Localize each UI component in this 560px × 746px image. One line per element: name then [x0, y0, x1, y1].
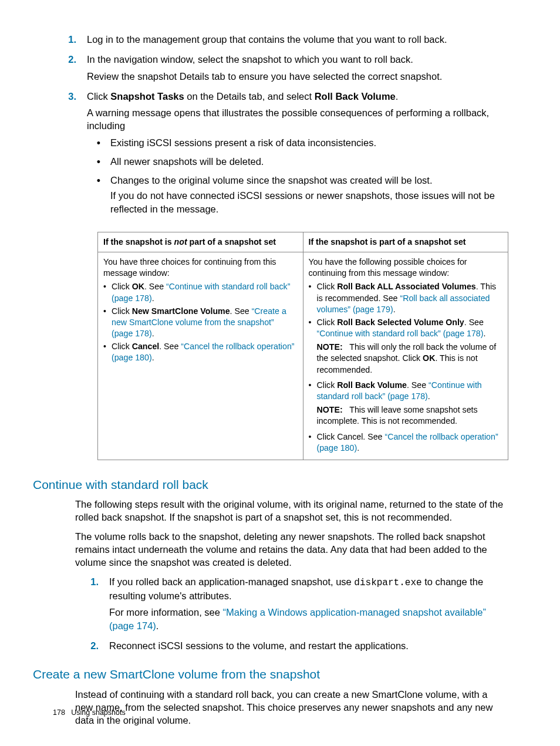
- bullet-icon: [103, 281, 112, 303]
- list-item: Click Cancel. See “Cancel the rollback o…: [112, 341, 298, 363]
- top-steps: 1. Log in to the management group that c…: [53, 33, 507, 221]
- step-text: If you rolled back an application-manage…: [109, 575, 507, 603]
- step-text: A warning message opens that illustrates…: [87, 106, 507, 133]
- step-text: Click Snapshot Tasks on the Details tab,…: [87, 90, 507, 103]
- bullet-icon: [103, 306, 112, 340]
- code-diskpart: diskpart.exe: [354, 578, 421, 588]
- link-continue-standard[interactable]: “Continue with standard roll back” (page…: [317, 329, 484, 338]
- body-text: The volume rolls back to the snapshot, d…: [75, 530, 507, 569]
- bullet-icon: [309, 281, 317, 315]
- bullet-text: Existing iSCSI sessions present a risk o…: [110, 136, 507, 149]
- section-heading-continue-standard: Continue with standard roll back: [33, 477, 507, 493]
- table-cell: You have the following possible choices …: [303, 252, 508, 460]
- bullet-text: Changes to the original volume since the…: [110, 174, 507, 187]
- list-item: Click Roll Back Volume. See “Continue wi…: [317, 380, 503, 430]
- bullet-icon: [87, 155, 110, 170]
- list-item: Click Roll Back Selected Volume Only. Se…: [317, 317, 503, 378]
- list-item: Click Roll Back ALL Associated Volumes. …: [317, 281, 503, 315]
- body-text: The following steps result with the orig…: [75, 498, 507, 524]
- page-footer: 178 Using snapshots: [53, 708, 126, 718]
- step-number: 1.: [75, 575, 109, 636]
- section-heading-create-smartclone: Create a new SmartClone volume from the …: [33, 666, 507, 683]
- bullet-icon: [87, 136, 110, 151]
- bullet-icon: [87, 174, 110, 218]
- note-label: NOTE:: [317, 342, 343, 352]
- table-header: If the snapshot is not part of a snapsho…: [98, 232, 303, 252]
- step-text: In the navigation window, select the sna…: [87, 53, 507, 66]
- step-number: 2.: [53, 53, 87, 86]
- step-number: 2.: [75, 639, 109, 656]
- table-header: If the snapshot is part of a snapshot se…: [303, 232, 508, 252]
- step-text: Log in to the management group that cont…: [87, 33, 507, 46]
- bullet-text: All newer snapshots will be deleted.: [110, 155, 507, 168]
- step-text: Review the snapshot Details tab to ensur…: [87, 70, 507, 83]
- bullet-icon: [309, 431, 317, 454]
- step-text: Reconnect iSCSI sessions to the volume, …: [109, 639, 507, 652]
- bullet-icon: [103, 341, 112, 363]
- bullet-icon: [309, 380, 317, 430]
- page-number: 178: [53, 708, 65, 717]
- list-item: Click OK. See “Continue with standard ro…: [112, 281, 298, 303]
- choices-table: If the snapshot is not part of a snapsho…: [97, 232, 508, 460]
- step-number: 1.: [53, 33, 87, 49]
- body-text: Instead of continuing with a standard ro…: [75, 688, 507, 727]
- bullet-icon: [309, 317, 317, 378]
- note-label: NOTE:: [317, 405, 343, 414]
- step-text: For more information, see “Making a Wind…: [109, 606, 507, 632]
- step-number: 3.: [53, 90, 87, 221]
- warning-bullets: Existing iSCSI sessions present a risk o…: [87, 136, 507, 218]
- bullet-text: If you do not have connected iSCSI sessi…: [110, 189, 507, 215]
- section-steps: 1. If you rolled back an application-man…: [75, 575, 507, 656]
- table-cell: You have three choices for continuing fr…: [98, 252, 303, 460]
- list-item: Click Cancel. See “Cancel the rollback o…: [317, 431, 503, 454]
- list-item: Click New SmartClone Volume. See “Create…: [112, 306, 298, 340]
- footer-label: Using snapshots: [71, 708, 125, 717]
